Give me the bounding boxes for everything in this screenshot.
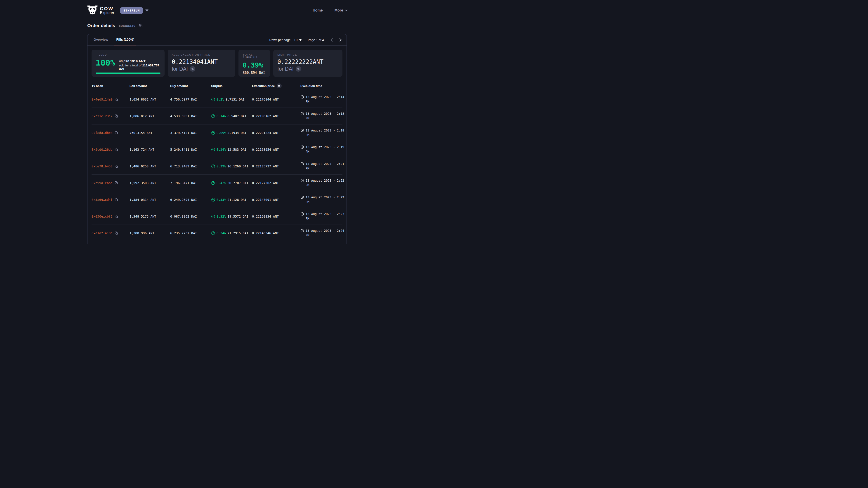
tx-hash-link[interactable]: 0xbe78…b453	[92, 164, 113, 168]
tx-hash-link[interactable]: 0x4ed9…14a0	[92, 98, 113, 101]
execution-price-value: 0.22127202 ANT	[252, 181, 301, 185]
surplus-amount: 9.7131 DAI	[225, 98, 245, 101]
copy-tx-hash-button[interactable]	[115, 98, 118, 101]
cow-explorer-logo[interactable]: COW Explorer	[87, 5, 114, 15]
table-header-row: Tx hash Sell amount Buy amount Surplus E…	[92, 81, 342, 91]
copy-order-id-button[interactable]	[139, 24, 143, 28]
clock-icon	[301, 112, 304, 116]
buy-amount-value: 3,379.6131 DAI	[170, 131, 211, 135]
surplus-percent: 0.34%	[217, 231, 226, 235]
total-surplus-label: TOTAL SURPLUS	[243, 53, 266, 59]
surplus-percent: 0.24%	[217, 148, 226, 151]
buy-amount-value: 4,533.5951 DAI	[170, 114, 211, 118]
tx-hash-link[interactable]: 0xb99a…ebbd	[92, 181, 113, 185]
table-row: 0x2cd0…26dd1,163.724 ANT5,249.3411 DAI0.…	[92, 141, 342, 158]
copy-tx-hash-button[interactable]	[115, 181, 118, 185]
execution-time-text: 13 August 2023 - 2:22 PM	[306, 178, 345, 187]
copy-tx-hash-button[interactable]	[115, 131, 118, 134]
buy-amount-value: 6,249.2694 DAI	[170, 198, 211, 201]
network-selector-badge[interactable]: ETHEREUM	[120, 7, 143, 14]
copy-tx-hash-button[interactable]	[115, 215, 118, 218]
copy-tx-hash-button[interactable]	[115, 114, 118, 118]
surplus-up-icon	[211, 114, 215, 118]
surplus-amount: 26.1269 DAI	[227, 164, 248, 168]
execution-time-value: 13 August 2023 - 2:23 PM	[301, 212, 345, 221]
surplus-value: 0.42%30.7707 DAI	[211, 181, 252, 185]
tab-overview[interactable]: Overview	[92, 34, 110, 45]
tx-hash-link[interactable]: 0xb21e…23e7	[92, 114, 113, 118]
execution-price-value: 0.22135737 ANT	[252, 164, 301, 168]
execution-time-value: 13 August 2023 - 2:22 PM	[301, 195, 345, 204]
surplus-up-icon	[211, 181, 215, 185]
sell-amount-value: 1,592.3503 ANT	[129, 181, 170, 185]
execution-price-value: 0.22146346 ANT	[252, 231, 301, 235]
tx-hash-link[interactable]: 0x050e…cbf2	[92, 215, 113, 218]
top-navigation-bar: COW Explorer ETHEREUM Home More	[87, 0, 347, 16]
surplus-value: 0.32%19.5572 DAI	[211, 215, 252, 219]
clock-icon	[301, 195, 304, 199]
tx-hash-link[interactable]: 0xd1a2…a18e	[92, 231, 113, 235]
avg-price-label: AVG. EXECUTION PRICE	[172, 53, 231, 56]
buy-amount-value: 5,249.3411 DAI	[170, 148, 211, 151]
invert-limit-price-button[interactable]	[296, 66, 301, 72]
sell-amount-value: 1,006.012 ANT	[129, 114, 170, 118]
copy-icon	[115, 198, 118, 201]
surplus-percent: 0.2%	[217, 98, 224, 101]
clock-icon	[301, 95, 304, 99]
limit-price-value: 0.22222222ANT	[277, 59, 338, 66]
copy-icon	[115, 164, 118, 168]
order-fills-panel: Overview Fills (100%) Rows per page: 10 …	[87, 34, 347, 244]
chevron-right-icon	[338, 38, 342, 42]
column-surplus: Surplus	[211, 84, 252, 88]
tx-hash-link[interactable]: 0xf8da…dbcd	[92, 131, 113, 135]
surplus-up-icon	[211, 131, 215, 135]
cow-logo-icon	[87, 5, 98, 15]
execution-time-text: 13 August 2023 - 2:18 PM	[306, 111, 345, 121]
surplus-percent: 0.32%	[217, 215, 226, 218]
network-caret-icon[interactable]	[145, 9, 149, 11]
tab-fills[interactable]: Fills (100%)	[114, 34, 136, 45]
surplus-percent: 0.39%	[217, 164, 226, 168]
copy-tx-hash-button[interactable]	[115, 198, 118, 201]
previous-page-button[interactable]	[330, 38, 335, 42]
limit-price-label: LIMIT PRICE	[277, 53, 338, 56]
execution-price-value: 0.22201224 ANT	[252, 131, 301, 135]
surplus-amount: 21.128 DAI	[227, 198, 246, 201]
select-caret-icon	[299, 39, 302, 41]
chevron-down-icon	[345, 8, 347, 11]
sell-amount-value: 1,486.0253 ANT	[129, 164, 170, 168]
copy-tx-hash-button[interactable]	[115, 231, 118, 235]
copy-tx-hash-button[interactable]	[115, 148, 118, 151]
next-page-button[interactable]	[337, 38, 342, 42]
invert-execution-price-button[interactable]	[277, 84, 282, 88]
brand-title: COW	[100, 6, 114, 11]
swap-arrows-icon	[278, 85, 280, 87]
execution-time-value: 13 August 2023 - 2:18 PM	[301, 111, 345, 121]
copy-tx-hash-button[interactable]	[115, 164, 118, 168]
execution-price-value: 0.22150834 ANT	[252, 215, 301, 218]
buy-amount-value: 6,235.7737 DAI	[170, 231, 211, 235]
tx-hash-link[interactable]: 0x2cd0…26dd	[92, 148, 113, 151]
sell-amount-value: 1,380.996 ANT	[129, 231, 170, 235]
execution-time-text: 13 August 2023 - 2:19 PM	[306, 145, 345, 154]
avg-price-unit: for DAI	[172, 66, 188, 72]
execution-time-value: 13 August 2023 - 2:19 PM	[301, 145, 345, 154]
invert-price-button[interactable]	[190, 66, 195, 72]
rows-per-page-select[interactable]: 10	[294, 38, 302, 42]
avg-execution-price-card: AVG. EXECUTION PRICE 0.22134041ANT for D…	[168, 50, 236, 77]
execution-time-value: 13 August 2023 - 2:24 PM	[301, 229, 345, 237]
column-buy-amount: Buy amount	[170, 84, 211, 88]
buy-amount-value: 6,087.8862 DAI	[170, 215, 211, 218]
swap-arrows-icon	[191, 68, 194, 70]
execution-price-value: 0.22147091 ANT	[252, 198, 301, 201]
buy-amount-value: 6,713.2409 DAI	[170, 164, 211, 168]
surplus-amount: 12.583 DAI	[227, 148, 246, 151]
surplus-amount: 21.2915 DAI	[227, 231, 248, 235]
tx-hash-link[interactable]: 0x3a69…cd4f	[92, 198, 113, 201]
column-execution-price: Execution price	[252, 84, 301, 88]
clock-icon	[301, 179, 304, 182]
nav-home-link[interactable]: Home	[313, 8, 322, 12]
surplus-percent: 0.42%	[217, 181, 226, 185]
execution-price-value: 0.22168954 ANT	[252, 148, 301, 151]
nav-more-menu[interactable]: More	[335, 8, 347, 12]
